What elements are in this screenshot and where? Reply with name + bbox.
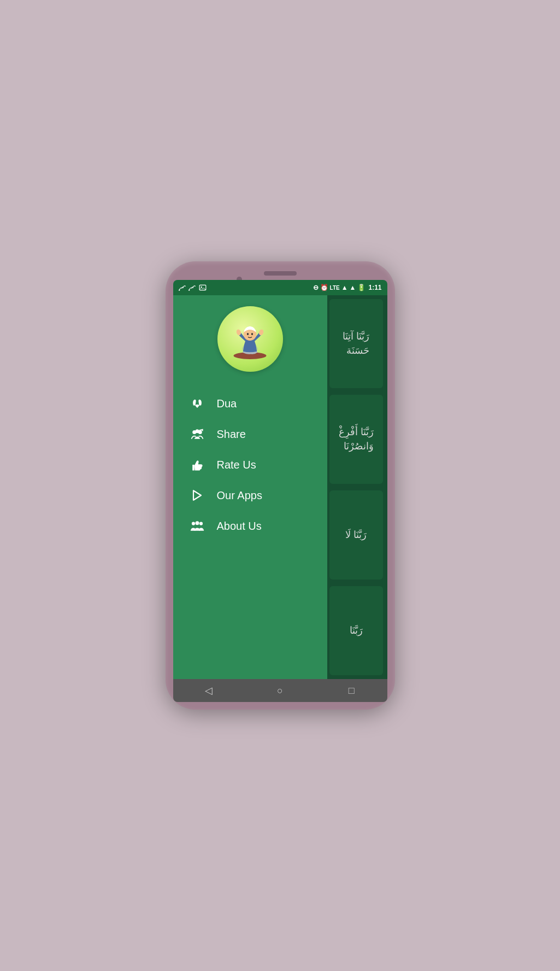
menu-item-about-us[interactable]: About Us [173,511,327,541]
menu-item-share[interactable]: Share [173,419,327,449]
arabic-text-3: رَبَّنَا لَا [341,524,371,546]
dua-label: Dua [217,397,237,410]
battery-icon: 🔋 [357,284,366,291]
svg-point-9 [247,333,249,335]
phone-frame: ⊖ ⏰ LTE ▲ ▲ 🔋 1:11 [166,261,395,710]
status-left-icons [179,284,207,291]
svg-point-10 [251,333,253,335]
menu-item-our-apps[interactable]: Our Apps [173,480,327,511]
menu-items-list: Dua [173,388,327,541]
home-button[interactable]: ○ [269,680,291,701]
signal-icon-2 [188,284,196,291]
dua-icon [188,396,206,411]
svg-point-18 [195,521,199,525]
svg-point-14 [195,429,199,433]
screen-content: Dua [173,295,387,679]
time-display: 1:11 [368,284,381,291]
about-group-icon [188,518,206,534]
praying-figure-icon [224,313,276,365]
svg-point-17 [199,522,202,525]
avatar [217,306,283,372]
signal-bars-icon2: ▲ [350,284,356,291]
android-nav-bar: ◁ ○ □ [173,679,387,702]
status-bar: ⊖ ⏰ LTE ▲ ▲ 🔋 1:11 [173,280,387,295]
play-store-icon [188,488,206,503]
signal-icon-1 [179,284,186,291]
svg-point-16 [191,522,194,525]
rate-label: Rate Us [217,459,256,471]
arabic-text-2: رَبَّنَا أَفْرِغْوَانصُرْنَا [334,421,378,457]
navigation-drawer: Dua [173,295,327,679]
main-content-panel: رَبَّنَا آتِنَاحَسَنَة رَبَّنَا أَفْرِغْ… [327,295,387,679]
minus-circle-icon: ⊖ [313,284,319,291]
drawer-avatar-area [173,306,327,372]
menu-item-dua[interactable]: Dua [173,388,327,419]
phone-speaker [264,271,297,276]
svg-point-1 [188,290,190,291]
alarm-icon: ⏰ [320,284,328,291]
phone-screen: ⊖ ⏰ LTE ▲ ▲ 🔋 1:11 [173,280,387,702]
about-us-label: About Us [217,520,262,533]
svg-point-0 [179,290,180,291]
arabic-text-4: رَبَّنَا [345,619,367,642]
dua-card-3[interactable]: رَبَّنَا لَا [329,490,383,580]
thumbs-up-icon [188,457,206,472]
share-icon [188,426,206,442]
arabic-text-1: رَبَّنَا آتِنَاحَسَنَة [338,325,374,361]
lte-icon: LTE [330,285,340,291]
dua-card-2[interactable]: رَبَّنَا أَفْرِغْوَانصُرْنَا [329,395,383,484]
back-button[interactable]: ◁ [198,680,220,701]
recents-button[interactable]: □ [340,680,362,701]
dua-card-4[interactable]: رَبَّنَا [329,586,383,675]
menu-item-rate[interactable]: Rate Us [173,449,327,480]
svg-point-11 [195,405,199,407]
our-apps-label: Our Apps [217,489,262,502]
status-right-icons: ⊖ ⏰ LTE ▲ ▲ 🔋 1:11 [313,284,382,291]
dua-card-1[interactable]: رَبَّنَا آتِنَاحَسَنَة [329,299,383,388]
share-label: Share [217,428,246,441]
signal-bars-icon: ▲ [341,284,348,291]
image-icon [198,284,207,291]
